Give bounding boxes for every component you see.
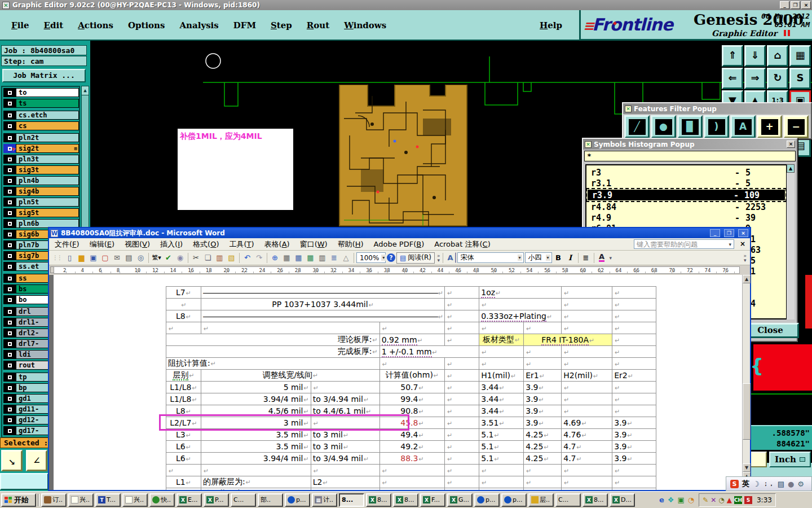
genesis-menu-dfm[interactable]: DFM xyxy=(233,20,256,30)
histogram-filter-input[interactable]: * xyxy=(584,151,796,161)
layer-checkbox[interactable] xyxy=(3,426,16,435)
genesis-menu-step[interactable]: Step xyxy=(271,20,292,30)
histogram-scrollbar[interactable]: ▲ xyxy=(786,164,795,319)
histogram-close-icon[interactable]: × xyxy=(787,141,795,148)
layer-row[interactable]: ➤sig2t⊞ xyxy=(3,144,79,153)
taskbar-button[interactable]: XD... xyxy=(610,493,635,507)
layer-row[interactable]: ts xyxy=(3,99,79,108)
columns-icon[interactable]: ▥ xyxy=(317,252,328,263)
word-menu-item[interactable]: 工具(T) xyxy=(229,239,254,249)
layer-checkbox[interactable] xyxy=(3,361,16,370)
font-name-combo[interactable]: 宋体▾ xyxy=(457,252,524,263)
tables-borders-icon[interactable]: ▦ xyxy=(281,252,292,263)
taskbar-button[interactable]: 层.. xyxy=(528,493,554,507)
layer-checkbox[interactable] xyxy=(3,219,16,228)
punctuation-icon[interactable]: ；， xyxy=(763,480,774,488)
features-filter-titlebar[interactable]: ✕ Features Filter Popup xyxy=(623,103,811,114)
layer-checkbox[interactable] xyxy=(3,383,16,392)
layer-checkbox[interactable] xyxy=(3,394,16,403)
scroll-up-icon[interactable]: ▲ xyxy=(787,164,795,173)
layer-row[interactable]: pln4b xyxy=(3,176,79,185)
layer-checkbox[interactable] xyxy=(3,99,16,108)
sogou-icon[interactable]: S xyxy=(730,480,739,488)
paste-down-icon[interactable]: ⇓ xyxy=(744,45,766,67)
cut-icon[interactable]: ✂ xyxy=(191,252,201,263)
scroll-up-icon[interactable]: ▲ xyxy=(82,86,89,95)
word-menu-item[interactable]: 格式(O) xyxy=(193,239,219,249)
genesis-menu-file[interactable]: File xyxy=(11,20,29,30)
toolbar-overflow-icon[interactable]: »▾ xyxy=(437,253,440,262)
genesis-minimize-button[interactable]: _ xyxy=(780,1,789,9)
keyboard-icon[interactable]: ▤ xyxy=(778,480,784,488)
taskbar-button[interactable]: X8... xyxy=(366,493,391,507)
genesis-close-button[interactable]: × xyxy=(801,1,811,9)
genesis-menu-options[interactable]: Options xyxy=(128,20,165,30)
layer-row[interactable]: pln2t xyxy=(3,133,79,142)
taskbar-button[interactable]: W8... xyxy=(339,493,364,507)
ime-moon-icon[interactable]: ☽ xyxy=(753,480,760,488)
rotate-icon[interactable]: ↻ xyxy=(767,68,788,89)
word-vertical-scrollbar[interactable]: ▲ ▼ ▲ ▼ xyxy=(742,275,750,490)
bold-button[interactable]: B xyxy=(553,252,564,263)
word-menu-item[interactable]: 帮助(H) xyxy=(338,239,364,249)
word-minimize-button[interactable]: _ xyxy=(710,229,720,237)
layer-row[interactable]: sig5t xyxy=(3,208,79,217)
insert-excel-icon[interactable]: ▦ xyxy=(305,252,316,263)
genesis-menu-analysis[interactable]: Analysis xyxy=(179,20,218,30)
sort-icon[interactable]: ≣ xyxy=(329,252,339,263)
genesis-menu-edit[interactable]: Edit xyxy=(44,20,64,30)
genesis-menu-rout[interactable]: Rout xyxy=(307,20,329,30)
genesis-menu-help[interactable]: Help xyxy=(540,20,562,30)
histogram-row[interactable]: r3.9-109 xyxy=(588,190,785,200)
scroll-thumb[interactable] xyxy=(743,383,751,440)
paste-up-icon[interactable]: ⇑ xyxy=(722,45,743,67)
layer-name[interactable]: sig3t xyxy=(16,165,79,174)
layer-checkbox[interactable] xyxy=(3,111,16,120)
layer-name[interactable]: cs xyxy=(16,121,79,130)
new-doc-icon[interactable]: ▯ xyxy=(64,252,75,263)
taskbar-button[interactable]: X8... xyxy=(582,493,608,507)
layer-row[interactable]: pln5t xyxy=(3,198,79,207)
histogram-row[interactable]: r4.84-2253 xyxy=(586,202,786,212)
chinese-convert-button[interactable]: 繁▾ xyxy=(151,252,162,263)
hyperlink-icon[interactable]: ⊕ xyxy=(270,252,280,263)
font-color-button[interactable]: A xyxy=(597,252,607,263)
word-menu-item[interactable]: 插入(I) xyxy=(160,239,183,249)
layer-name[interactable]: cs.etch xyxy=(16,111,79,120)
layer-row[interactable]: cs xyxy=(3,121,79,130)
histogram-row[interactable]: r3.1-5 xyxy=(586,178,786,189)
format-painter-icon[interactable]: ▧ xyxy=(226,252,237,263)
layer-name[interactable]: pln5t xyxy=(16,198,79,207)
sogou-badge[interactable]: S xyxy=(744,496,752,504)
lang-indicator[interactable]: 英 xyxy=(742,479,749,489)
layer-checkbox[interactable] xyxy=(3,165,16,174)
layer-name[interactable]: pln4b xyxy=(16,176,79,185)
alert-icon[interactable]: ▲ xyxy=(727,496,732,504)
measure-distance-button[interactable]: ↘ xyxy=(1,450,23,471)
layer-checkbox[interactable] xyxy=(3,329,16,338)
word-menu-item[interactable]: Adobe PDF(B) xyxy=(374,240,425,248)
italic-button[interactable]: I xyxy=(565,252,576,263)
help-question-box[interactable]: 键入需要帮助的问题▾ xyxy=(634,239,734,249)
copy-icon[interactable]: ❏ xyxy=(202,252,213,263)
scroll-down-icon[interactable]: ▼ xyxy=(743,463,751,472)
save-icon[interactable]: ▣ xyxy=(88,252,99,263)
word-page[interactable]: L7↵――――――――――――――――――――――――――――――――↵↵1oz… xyxy=(54,275,742,490)
filter-surface-button[interactable]: ▉ xyxy=(677,115,703,138)
filter-pad-button[interactable]: ● xyxy=(651,115,676,138)
home-icon[interactable]: ⌂ xyxy=(767,45,788,67)
taskbar-button[interactable]: 订.. xyxy=(41,493,67,507)
clock-icon[interactable]: ◔ xyxy=(718,496,724,504)
word-menu-item[interactable]: 视图(V) xyxy=(125,239,150,249)
word-menu-item[interactable]: 表格(A) xyxy=(264,239,290,249)
taskbar-button[interactable]: 兴.. xyxy=(68,493,94,507)
taskbar-button[interactable]: XG... xyxy=(447,493,473,507)
word-close-button[interactable]: × xyxy=(738,229,748,237)
start-button[interactable]: 开始 xyxy=(1,493,36,507)
job-matrix-button[interactable]: Job Matrix ... xyxy=(2,69,86,82)
justify-button[interactable]: ≣ xyxy=(581,252,592,263)
taskbar-button[interactable]: WC... xyxy=(555,493,581,507)
layer-checkbox[interactable] xyxy=(3,284,16,294)
genesis-menu-actions[interactable]: Actions xyxy=(78,20,113,30)
layer-expand-icon[interactable]: ⊞ xyxy=(74,146,77,151)
